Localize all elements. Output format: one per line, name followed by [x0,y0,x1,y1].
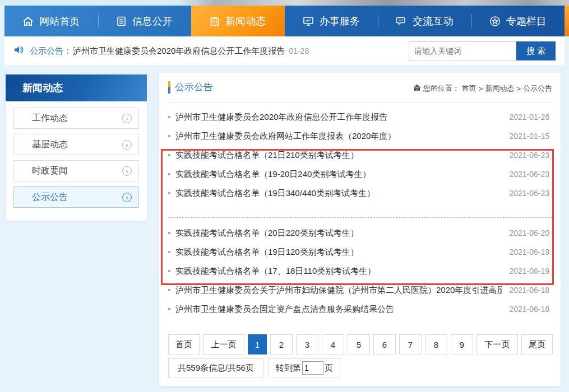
news-title: 实践技能考试合格名单（20日220类别考试考生） [175,228,359,239]
goto-prefix-label: 转到第 [276,363,301,374]
nav-item-news[interactable]: 新闻动态 [191,6,285,36]
nav-item-label: 交流互动 [413,15,453,28]
search-button[interactable]: 搜 索 [516,41,556,60]
bullet-icon [168,232,170,234]
announcement-date: 01-28 [289,46,309,55]
bullet-icon [168,135,170,137]
news-row[interactable]: 泸州市卫生健康委员会政府网站工作年度报表（2020年度） 2021-01-15 [159,127,561,146]
home-icon [22,16,34,26]
circle-arrow-icon: › [122,114,132,123]
news-list: 泸州市卫生健康委员会2020年政府信息公开工作年度报告 2021-01-28 泸… [159,108,561,319]
pagination: 首页 上一页 1 2 3 4 5 6 7 8 9 下一页 尾页 [168,334,553,354]
news-date: 2021-06-20 [502,228,549,237]
news-row[interactable]: 实践技能考试合格名单（19日120类别考试考生） 2021-06-19 [159,242,561,262]
nav-item-interact[interactable]: 交流互动 [378,6,471,36]
nav-edge-accent [565,6,569,36]
bullet-icon [168,308,170,310]
page-first-button[interactable]: 首页 [168,334,200,354]
total-count-label: 共559条信息/共56页 [168,358,263,377]
goto-suffix-label: 页 [325,363,333,374]
sidebar-item-work-news[interactable]: 工作动态 › [13,108,139,129]
news-row[interactable]: 泸州市卫生健康委员会固定资产盘点清查服务采购结果公告 2021-06-18 [159,300,561,319]
breadcrumb-separator: > [516,85,521,93]
chat-icon [396,16,407,26]
page-title: 公示公告 [175,81,213,94]
page-number-6[interactable]: 6 [373,334,396,354]
bullet-icon [168,192,170,194]
circle-arrow-icon: › [122,166,132,176]
news-date: 2021-01-28 [502,113,549,122]
page-last-button[interactable]: 尾页 [521,334,553,354]
page-number-2[interactable]: 2 [270,334,293,354]
nav-item-topics[interactable]: 专题栏目 [471,6,565,36]
news-title: 实践技能考试合格名单（19日340/440类别考试考生） [175,188,375,199]
bullet-icon [168,116,170,118]
building-icon [210,16,220,26]
news-date: 2021-06-18 [502,305,549,314]
news-row[interactable]: 实践技能考试合格名单（21日210类别考试考生） 2021-06-23 [159,146,561,165]
news-row[interactable]: 实践技能考试合格名单（20日220类别考试考生） 2021-06-20 [159,223,561,242]
page-number-9[interactable]: 9 [451,334,473,354]
news-title: 实践技能考试合格名单（17、18日110类别考试考生） [175,266,376,277]
news-row[interactable]: 实践技能考试合格名单（19日340/440类别考试考生） 2021-06-23 [159,184,561,203]
breadcrumb-level2[interactable]: 公示公告 [523,83,552,94]
search-input[interactable] [409,41,516,60]
nav-item-label: 信息公开 [132,15,173,28]
sidebar-item-grassroots-news[interactable]: 基层动态 › [13,134,139,155]
circle-arrow-icon: › [122,193,132,202]
page-number-1[interactable]: 1 [248,334,267,354]
news-date: 2021-06-23 [502,170,549,179]
goto-page-control: 转到第 页 [269,358,340,377]
nav-item-label: 新闻动态 [225,15,266,28]
news-title: 实践技能考试合格名单（21日210类别考试考生） [175,150,359,161]
bullet-icon [168,270,170,272]
document-icon [117,16,127,26]
page-number-4[interactable]: 4 [322,334,344,354]
page-next-button[interactable]: 下一页 [477,334,518,354]
monitor-icon [303,16,314,26]
circle-arrow-icon: › [122,140,132,150]
page-number-5[interactable]: 5 [348,334,370,354]
page-number-8[interactable]: 8 [425,334,447,354]
nav-item-info[interactable]: 信息公开 [98,6,192,36]
news-row[interactable]: 实践技能考试合格名单（19-20日240类别考试考生） 2021-06-23 [159,165,561,184]
main-navbar: 网站首页 信息公开 新闻动态 办事服务 交流互动 专题栏目 [4,6,565,36]
star-icon [489,16,501,27]
page-prev-button[interactable]: 上一页 [203,334,244,354]
sidebar-item-politics-news[interactable]: 时政要闻 › [13,160,139,181]
breadcrumb-prefix: 您的位置： [423,83,460,94]
bullet-icon [168,289,170,291]
news-title: 泸州市卫生健康委员会固定资产盘点清查服务采购结果公告 [175,304,394,315]
news-date: 2021-06-19 [502,248,549,256]
nav-item-home[interactable]: 网站首页 [4,6,98,36]
sidebar-item-label: 工作动态 [32,113,68,124]
sidebar-menu: 工作动态 › 基层动态 › 时政要闻 › 公示公告 › [6,101,147,221]
nav-item-services[interactable]: 办事服务 [285,6,378,36]
news-title: 实践技能考试合格名单（19日120类别考试考生） [175,247,359,258]
news-row[interactable]: 泸州市卫生健康委员会2020年政府信息公开工作年度报告 2021-01-28 [159,108,561,127]
sidebar-item-label: 时政要闻 [32,165,68,177]
goto-page-input[interactable] [302,361,323,375]
announcement-title-link[interactable]: 泸州市卫生健康委员会2020年政府信息公开工作年度报告 [73,46,285,57]
bullet-icon [168,251,170,253]
page-number-3[interactable]: 3 [296,334,318,354]
nav-item-label: 专题栏目 [506,15,547,28]
page-number-7[interactable]: 7 [399,334,422,354]
news-title: 泸州市卫生健康委员会关于泸州市妇幼保健院（泸州市第二人民医院）2020年度引进高… [175,285,502,296]
news-date: 2021-06-19 [502,267,549,276]
speaker-icon [13,45,25,57]
announcement-bar: 公示公告： 泸州市卫生健康委员会2020年政府信息公开工作年度报告 01-28 … [4,36,565,66]
pagination-info-row: 共559条信息/共56页 转到第 页 [168,358,340,377]
news-row[interactable]: 泸州市卫生健康委员会关于泸州市妇幼保健院（泸州市第二人民医院）2020年度引进高… [159,281,561,300]
breadcrumb-level1[interactable]: 新闻动态 [485,83,514,94]
bullet-icon [168,154,170,156]
nav-item-label: 办事服务 [320,15,360,28]
sidebar-title: 新闻动态 [6,74,147,101]
section-accent-bar [168,81,170,94]
news-date: 2021-06-18 [502,286,549,295]
sidebar-item-announcements[interactable]: 公示公告 › [13,186,139,208]
news-row[interactable]: 实践技能考试合格名单（17、18日110类别考试考生） 2021-06-19 [159,262,561,281]
news-title: 泸州市卫生健康委员会政府网站工作年度报表（2020年度） [175,131,396,142]
breadcrumb-home[interactable]: 首页 [462,83,477,94]
nav-item-label: 网站首页 [39,15,80,28]
